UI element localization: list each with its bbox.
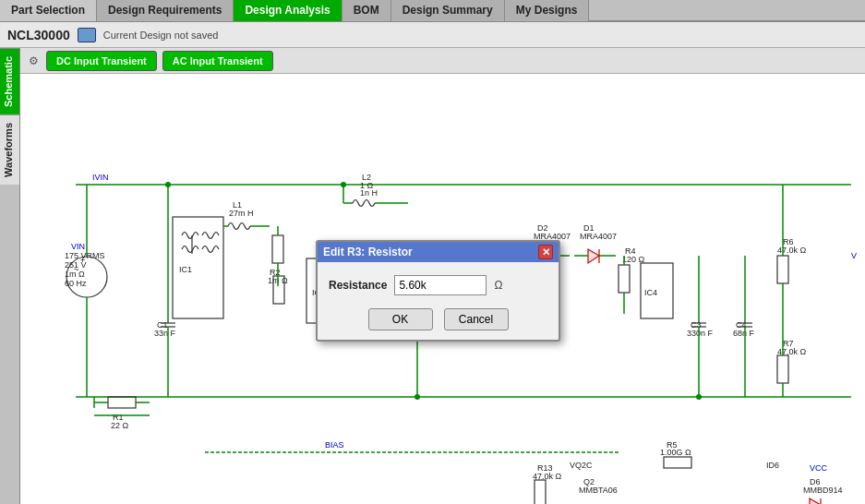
svg-point-135 [696, 394, 702, 400]
svg-text:22 Ω: 22 Ω [111, 421, 129, 430]
svg-text:+: + [80, 256, 85, 265]
svg-text:VIN: VIN [71, 242, 85, 251]
svg-text:IVIN: IVIN [92, 173, 109, 182]
svg-text:33n F: 33n F [154, 329, 176, 338]
svg-text:1.00G Ω: 1.00G Ω [660, 448, 691, 457]
svg-text:330n F: 330n F [687, 329, 714, 338]
svg-text:V: V [851, 251, 857, 260]
svg-rect-97 [777, 256, 788, 283]
svg-rect-110 [535, 480, 546, 504]
svg-text:VQ2C: VQ2C [570, 461, 593, 470]
svg-rect-117 [664, 457, 691, 468]
dialog-title-bar: Edit R3: Resistor ✕ [318, 242, 559, 262]
tab-design-summary[interactable]: Design Summary [391, 0, 505, 21]
svg-text:1n H: 1n H [360, 188, 378, 198]
svg-text:BIAS: BIAS [325, 440, 344, 450]
svg-text:47.0k Ω: 47.0k Ω [777, 246, 807, 255]
title-bar: NCL30000 Current Design not saved [0, 22, 865, 48]
resistance-unit: Ω [494, 279, 502, 292]
dialog-body: Resistance Ω OK Cancel [318, 262, 559, 340]
svg-text:ID6: ID6 [766, 461, 779, 470]
sidebar-tab-schematic[interactable]: Schematic [0, 48, 19, 114]
svg-rect-102 [777, 355, 788, 383]
svg-rect-15 [108, 397, 136, 408]
schematic-toolbar: ⚙ DC Input Transient AC Input Transient [20, 48, 865, 74]
schematic-area: ⚙ DC Input Transient AC Input Transient … [20, 48, 865, 504]
tab-design-analysis[interactable]: Design Analysis [234, 0, 342, 21]
svg-marker-129 [810, 498, 821, 504]
cancel-button[interactable]: Cancel [444, 308, 509, 330]
svg-text:1m Ω: 1m Ω [65, 270, 85, 279]
top-nav: Part Selection Design Requirements Desig… [0, 0, 865, 22]
svg-point-132 [341, 182, 346, 187]
svg-text:IC4: IC4 [644, 288, 657, 297]
svg-text:68n F: 68n F [733, 329, 755, 338]
svg-point-134 [414, 394, 420, 400]
dc-transient-button[interactable]: DC Input Transient [46, 51, 157, 71]
schematic-tool-icon: ⚙ [26, 54, 41, 68]
main-area: Schematic Waveforms ⚙ DC Input Transient… [0, 48, 865, 504]
save-icon [78, 28, 96, 42]
sidebar-tab-waveforms[interactable]: Waveforms [0, 114, 19, 185]
save-status: Current Design not saved [103, 30, 219, 41]
dialog-buttons: OK Cancel [329, 308, 547, 330]
svg-point-133 [165, 182, 171, 187]
ac-transient-button[interactable]: AC Input Transient [162, 51, 273, 71]
svg-rect-76 [619, 265, 630, 293]
ok-button[interactable]: OK [368, 308, 433, 330]
edit-dialog: Edit R3: Resistor ✕ Resistance Ω OK Canc… [316, 240, 560, 342]
svg-text:MRA4007: MRA4007 [580, 232, 617, 241]
svg-text:60 Hz: 60 Hz [65, 279, 87, 288]
tab-my-designs[interactable]: My Designs [505, 0, 590, 21]
resistance-label: Resistance [329, 279, 387, 292]
resistance-row: Resistance Ω [329, 275, 547, 295]
tab-bom[interactable]: BOM [342, 0, 391, 21]
left-sidebar: Schematic Waveforms [0, 48, 20, 504]
tab-part-selection[interactable]: Part Selection [0, 0, 97, 21]
dialog-title: Edit R3: Resistor [323, 246, 413, 258]
svg-marker-70 [588, 249, 599, 263]
svg-rect-39 [272, 235, 283, 263]
resistance-input[interactable] [394, 275, 487, 295]
design-name: NCL30000 [7, 28, 70, 42]
svg-text:VCC: VCC [810, 463, 828, 473]
dialog-close-button[interactable]: ✕ [538, 245, 553, 259]
tab-design-requirements[interactable]: Design Requirements [97, 0, 234, 21]
svg-text:MMBTA06: MMBTA06 [579, 486, 618, 495]
svg-text:IC1: IC1 [179, 265, 192, 274]
svg-text:27m H: 27m H [229, 209, 254, 218]
svg-text:MMBD914: MMBD914 [803, 486, 843, 495]
